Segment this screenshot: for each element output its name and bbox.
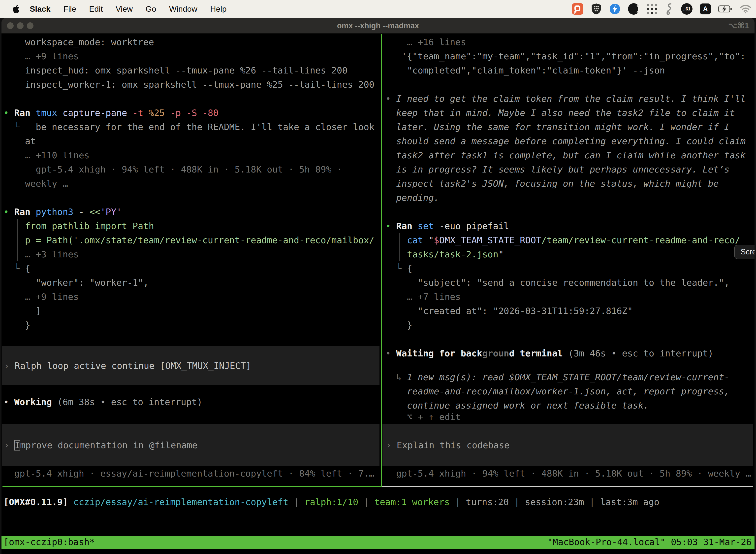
- terminal-line: }: [382, 318, 755, 332]
- terminal-line: tasks/task-2.json": [382, 247, 755, 261]
- terminal-line: "created_at": "2026-03-31T11:59:27.816Z": [382, 304, 755, 318]
- terminal-line: … +9 lines: [1, 49, 381, 63]
- wifi-icon[interactable]: [740, 4, 752, 14]
- terminal-line: gpt-5.4 xhigh · 94% left · 488K in · 5.1…: [382, 466, 755, 481]
- menu-status-icons: ..61 A: [572, 0, 752, 18]
- terminal-line: • I need to get the claim token from the…: [382, 92, 755, 106]
- terminal-line: at: [1, 134, 381, 148]
- squiggle-app-icon[interactable]: [665, 3, 674, 15]
- terminal-line: inspect_hud: omx sparkshell --tmux-pane …: [1, 63, 381, 77]
- terminal-content: workspace_mode: worktree … +9 lines insp…: [1, 34, 755, 554]
- terminal-line: └ {: [382, 261, 755, 276]
- terminal-line: p = Path('.omx/state/team/review-current…: [1, 233, 381, 247]
- terminal-line: ⌥ + ↑ edit: [382, 410, 755, 424]
- right-model-status: gpt-5.4 xhigh · 94% left · 488K in · 5.1…: [382, 466, 755, 481]
- terminal-line: "worker": "worker-1",: [1, 276, 381, 290]
- terminal-line: cat "$OMX_TEAM_STATE_ROOT/team/review-cu…: [382, 233, 755, 247]
- terminal-line: [1, 190, 381, 205]
- right-edit-hint: ⌥ + ↑ edit: [382, 410, 755, 424]
- tmux-status-bar: [omx-cczip0:bash* "MacBook-Pro-44.local"…: [1, 536, 755, 549]
- menu-item-file[interactable]: File: [63, 4, 76, 14]
- terminal-line: gpt-5.4 xhigh · essay/ai-reimplementatio…: [1, 466, 381, 481]
- menu-item-edit[interactable]: Edit: [89, 4, 103, 14]
- right-pane-bottom-border: [382, 486, 753, 487]
- terminal-line: • Waiting for background terminal (3m 46…: [382, 346, 755, 361]
- apple-menu-icon[interactable]: [13, 5, 19, 13]
- terminal-line: › Explain this codebase: [382, 438, 753, 452]
- terminal-line: }: [1, 318, 381, 332]
- ralph-loop-banner[interactable]: › Ralph loop active continue [OMX_TMUX_I…: [2, 346, 379, 385]
- menu-item-help[interactable]: Help: [210, 4, 227, 14]
- left-pane-bottom-border: [2, 486, 381, 487]
- terminal-line: … +110 lines: [1, 148, 381, 162]
- terminal-line: [OMX#0.11.9] cczip/essay/ai-reimplementa…: [1, 495, 755, 509]
- tmux-session-label: [omx-cczip0:bash*: [3, 536, 95, 549]
- menu-app-name[interactable]: Slack: [30, 4, 51, 14]
- menu-bar: Slack File Edit View Go Window Help ..61…: [0, 0, 756, 18]
- right-pane[interactable]: … +16 lines '{"team_name":"my-team","tas…: [382, 34, 755, 486]
- left-scrollback: workspace_mode: worktree … +9 lines insp…: [1, 35, 381, 332]
- right-scrollback: … +16 lines '{"team_name":"my-team","tas…: [382, 35, 755, 332]
- menu-item-view[interactable]: View: [116, 4, 133, 14]
- terminal-line: task2 after task1 is complete, but can I…: [382, 148, 755, 162]
- terminal-line: pending.: [382, 190, 755, 205]
- terminal-line: from pathlib import Path: [1, 219, 381, 233]
- battery-charging-icon[interactable]: [718, 5, 732, 12]
- terminal-line: gpt-5.4 xhigh · 94% left · 488K in · 5.1…: [1, 162, 381, 176]
- timer-badge-icon[interactable]: ..61: [681, 3, 693, 15]
- terminal-line: [1, 92, 381, 106]
- crescent-app-icon[interactable]: [628, 3, 639, 15]
- terminal-line: … +7 lines: [382, 290, 755, 304]
- terminal-line: later. Using the same for transition mig…: [382, 120, 755, 134]
- menu-item-window[interactable]: Window: [169, 4, 197, 14]
- terminal-line: … +16 lines: [382, 35, 755, 49]
- screen-notification-tooltip: Scre: [734, 245, 755, 259]
- terminal-line: • Ran set -euo pipefail: [382, 219, 755, 233]
- window-titlebar: omx --xhigh --madmax ⌥⌘1: [1, 18, 755, 34]
- terminal-line: should send a message before completing …: [382, 134, 755, 148]
- chat-app-icon[interactable]: [572, 3, 583, 15]
- right-new-message-note: ↳ 1 new msg(s): read $OMX_TEAM_STATE_ROO…: [382, 370, 755, 412]
- terminal-line: inspect_worker-1: omx sparkshell --tmux-…: [1, 77, 381, 92]
- terminal-line: › Ralph loop active continue [OMX_TMUX_I…: [2, 359, 379, 373]
- menu-item-go[interactable]: Go: [145, 4, 156, 14]
- right-prompt-input[interactable]: › Explain this codebase: [382, 424, 753, 466]
- dot-grid-icon[interactable]: [647, 3, 658, 14]
- terminal-line: … +3 lines: [1, 247, 381, 261]
- terminal-line: readme-and-reco/mailbox/worker-1.json, a…: [382, 384, 755, 398]
- terminal-line: ↳ 1 new msg(s): read $OMX_TEAM_STATE_ROO…: [382, 370, 755, 384]
- pane-divider[interactable]: [381, 34, 382, 487]
- left-pane[interactable]: workspace_mode: worktree … +9 lines insp…: [1, 34, 381, 486]
- left-working-status: • Working (6m 38s • esc to interrupt): [1, 395, 381, 409]
- terminal-line: '{"team_name":"my-team","task_id":"1","f…: [382, 49, 755, 63]
- terminal-line: … +9 lines: [1, 290, 381, 304]
- terminal-line: "subject": "send a concise recommendatio…: [382, 276, 755, 290]
- window-title: omx --xhigh --madmax: [1, 18, 755, 34]
- terminal-line: keep that in mind. Maybe I also need the…: [382, 106, 755, 120]
- letter-a-app-icon[interactable]: A: [700, 3, 711, 14]
- terminal-line: • Ran python3 - <<'PY': [1, 205, 381, 219]
- window-shortcut-hint: ⌥⌘1: [728, 18, 749, 34]
- terminal-line: inspect task2's JSON, focusing on the st…: [382, 176, 755, 190]
- terminal-line: [382, 77, 755, 92]
- terminal-line: is in progress? It seems likely but perh…: [382, 162, 755, 176]
- left-prompt-input[interactable]: › Improve documentation in @filename: [2, 424, 379, 466]
- terminal-line: › Improve documentation in @filename: [2, 438, 379, 452]
- terminal-line: └ {: [1, 261, 381, 276]
- right-waiting-status: • Waiting for background terminal (3m 46…: [382, 346, 755, 361]
- shield-keypad-icon[interactable]: [591, 3, 602, 15]
- tmux-host-clock-label: "MacBook-Pro-44.local" 05:03 31-Mar-26: [547, 536, 752, 549]
- terminal-window: omx --xhigh --madmax ⌥⌘1 workspace_mode:…: [1, 18, 755, 554]
- terminal-line: workspace_mode: worktree: [1, 35, 381, 49]
- terminal-line: weekly …: [1, 176, 381, 190]
- omx-status-line: [OMX#0.11.9] cczip/essay/ai-reimplementa…: [1, 495, 755, 509]
- left-model-status: gpt-5.4 xhigh · essay/ai-reimplementatio…: [1, 466, 381, 481]
- terminal-line: • Ran tmux capture-pane -t %25 -p -S -80: [1, 106, 381, 120]
- terminal-line: "completed","claim_token":"claim-token"}…: [382, 63, 755, 77]
- terminal-line: • Working (6m 38s • esc to interrupt): [1, 395, 381, 409]
- terminal-line: [382, 205, 755, 219]
- blue-bolt-app-icon[interactable]: [609, 3, 621, 15]
- terminal-line: ]: [1, 304, 381, 318]
- terminal-line: └ be necessary for the end of the README…: [1, 120, 381, 134]
